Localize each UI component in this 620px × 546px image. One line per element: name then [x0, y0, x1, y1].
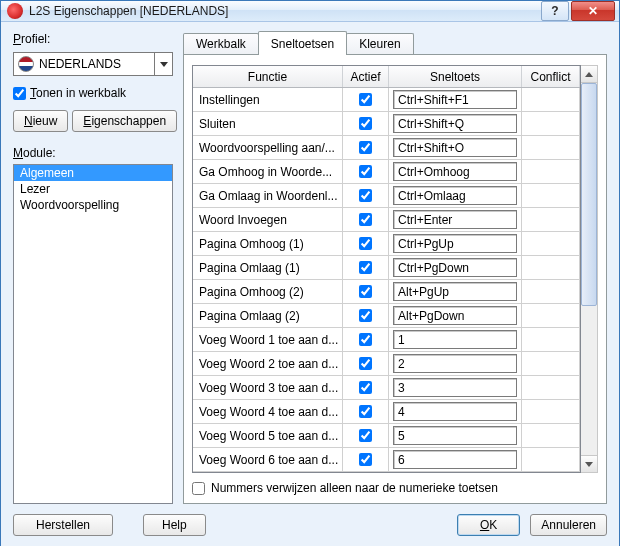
active-checkbox[interactable] [359, 93, 372, 106]
shortcut-input[interactable]: Ctrl+PgUp [393, 234, 517, 253]
module-item[interactable]: Woordvoorspelling [14, 197, 172, 213]
shortcut-input[interactable]: 3 [393, 378, 517, 397]
cell-active [343, 208, 389, 231]
show-in-toolbar-input[interactable] [13, 87, 26, 100]
numeric-keys-only-input[interactable] [192, 482, 205, 495]
cell-conflict [522, 304, 580, 327]
table-row: Woordvoorspelling aan/...Ctrl+Shift+O [193, 136, 580, 160]
close-button[interactable]: ✕ [571, 1, 615, 21]
shortcut-input[interactable]: 4 [393, 402, 517, 421]
active-checkbox[interactable] [359, 141, 372, 154]
tab-kleuren[interactable]: Kleuren [346, 33, 413, 54]
scroll-track[interactable] [581, 83, 597, 455]
active-checkbox[interactable] [359, 381, 372, 394]
cell-active [343, 256, 389, 279]
cell-function: Sluiten [193, 112, 343, 135]
active-checkbox[interactable] [359, 405, 372, 418]
flag-nl-icon [18, 56, 34, 72]
cell-active [343, 232, 389, 255]
scroll-thumb[interactable] [581, 83, 597, 306]
shortcut-input[interactable]: Ctrl+Omlaag [393, 186, 517, 205]
cell-conflict [522, 448, 580, 471]
header-conflict[interactable]: Conflict [522, 66, 580, 87]
cell-active [343, 88, 389, 111]
shortcut-input[interactable]: 1 [393, 330, 517, 349]
active-checkbox[interactable] [359, 429, 372, 442]
table-row: Voeg Woord 1 toe aan d...1 [193, 328, 580, 352]
shortcut-input[interactable]: Ctrl+Shift+F1 [393, 90, 517, 109]
cell-conflict [522, 160, 580, 183]
shortcut-input[interactable]: Ctrl+Shift+O [393, 138, 517, 157]
active-checkbox[interactable] [359, 285, 372, 298]
shortcut-input[interactable]: Ctrl+Omhoog [393, 162, 517, 181]
shortcut-input[interactable]: 2 [393, 354, 517, 373]
dialog-footer: Herstellen Help OK Annuleren [13, 514, 607, 536]
table-row: Voeg Woord 3 toe aan d...3 [193, 376, 580, 400]
shortcut-input[interactable]: Ctrl+Enter [393, 210, 517, 229]
shortcut-input[interactable]: 6 [393, 450, 517, 469]
module-item[interactable]: Algemeen [14, 165, 172, 181]
ok-button[interactable]: OK [457, 514, 520, 536]
shortcut-input[interactable]: 5 [393, 426, 517, 445]
cancel-button[interactable]: Annuleren [530, 514, 607, 536]
cell-conflict [522, 208, 580, 231]
active-checkbox[interactable] [359, 357, 372, 370]
shortcut-input[interactable]: Alt+PgUp [393, 282, 517, 301]
profile-dropdown-button[interactable] [155, 52, 173, 76]
dialog-client: Profiel: NEDERLANDS Tonen in werkbalk [1, 22, 619, 546]
module-item[interactable]: Lezer [14, 181, 172, 197]
header-shortcut[interactable]: Sneltoets [389, 66, 522, 87]
cell-function: Voeg Woord 2 toe aan d... [193, 352, 343, 375]
module-list[interactable]: AlgemeenLezerWoordvoorspelling [13, 164, 173, 504]
cell-active [343, 304, 389, 327]
active-checkbox[interactable] [359, 189, 372, 202]
grid-body: InstellingenCtrl+Shift+F1SluitenCtrl+Shi… [193, 88, 580, 472]
active-checkbox[interactable] [359, 453, 372, 466]
new-button[interactable]: Nieuw [13, 110, 68, 132]
cell-shortcut: Ctrl+Omhoog [389, 160, 522, 183]
scroll-down-button[interactable] [581, 455, 597, 472]
cell-shortcut: Ctrl+PgUp [389, 232, 522, 255]
numeric-keys-only-checkbox[interactable]: Nummers verwijzen alleen naar de numerie… [192, 481, 598, 495]
active-checkbox[interactable] [359, 309, 372, 322]
window-title: L2S Eigenschappen [NEDERLANDS] [29, 4, 539, 18]
vertical-scrollbar[interactable] [581, 65, 598, 473]
cell-shortcut: 1 [389, 328, 522, 351]
cell-shortcut: Alt+PgUp [389, 280, 522, 303]
help-button[interactable]: Help [143, 514, 206, 536]
table-row: Ga Omhoog in Woorde...Ctrl+Omhoog [193, 160, 580, 184]
cell-conflict [522, 88, 580, 111]
restore-button[interactable]: Herstellen [13, 514, 113, 536]
active-checkbox[interactable] [359, 333, 372, 346]
cell-conflict [522, 424, 580, 447]
shortcut-input[interactable]: Alt+PgDown [393, 306, 517, 325]
cell-function: Instellingen [193, 88, 343, 111]
table-row: Voeg Woord 2 toe aan d...2 [193, 352, 580, 376]
cell-function: Voeg Woord 5 toe aan d... [193, 424, 343, 447]
cell-function: Pagina Omlaag (1) [193, 256, 343, 279]
active-checkbox[interactable] [359, 213, 372, 226]
profile-label: Profiel: [13, 32, 173, 46]
table-row: InstellingenCtrl+Shift+F1 [193, 88, 580, 112]
active-checkbox[interactable] [359, 117, 372, 130]
cell-active [343, 112, 389, 135]
active-checkbox[interactable] [359, 237, 372, 250]
cell-conflict [522, 400, 580, 423]
active-checkbox[interactable] [359, 165, 372, 178]
profile-select[interactable]: NEDERLANDS [13, 52, 155, 76]
shortcut-input[interactable]: Ctrl+PgDown [393, 258, 517, 277]
tab-sneltoetsen[interactable]: Sneltoetsen [258, 31, 347, 55]
cell-function: Voeg Woord 3 toe aan d... [193, 376, 343, 399]
cell-active [343, 448, 389, 471]
shortcut-input[interactable]: Ctrl+Shift+Q [393, 114, 517, 133]
header-active[interactable]: Actief [343, 66, 389, 87]
header-function[interactable]: Functie [193, 66, 343, 87]
cell-shortcut: 2 [389, 352, 522, 375]
cell-function: Ga Omhoog in Woorde... [193, 160, 343, 183]
properties-button[interactable]: Eigenschappen [72, 110, 177, 132]
tab-werkbalk[interactable]: Werkbalk [183, 33, 259, 54]
active-checkbox[interactable] [359, 261, 372, 274]
scroll-up-button[interactable] [581, 66, 597, 83]
show-in-toolbar-checkbox[interactable]: Tonen in werkbalk [13, 86, 173, 100]
help-button-titlebar[interactable]: ? [541, 1, 569, 21]
